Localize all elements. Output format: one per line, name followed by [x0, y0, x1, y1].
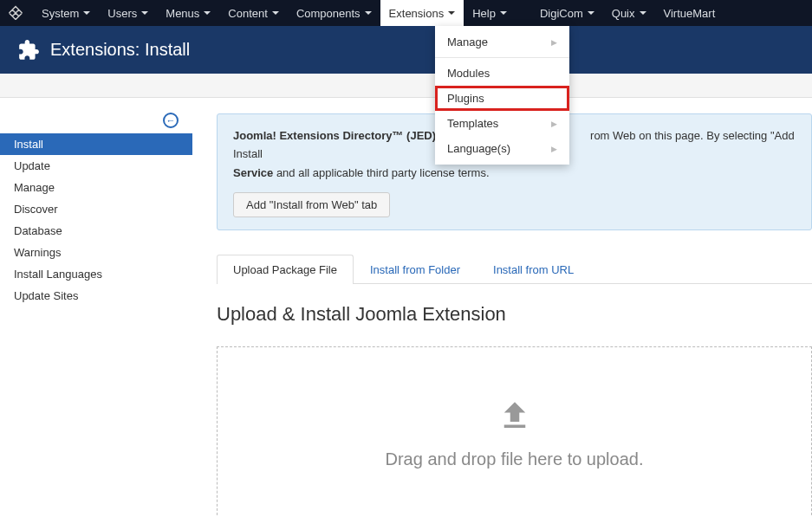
menu-label: Quix [612, 7, 635, 20]
body-area: ← Install Update Manage Discover Databas… [0, 98, 812, 517]
sidebar-item-warnings[interactable]: Warnings [0, 242, 192, 263]
menu-label: Help [472, 7, 496, 20]
tab-label: Install from URL [493, 263, 574, 276]
sidebar-item-label: Install [14, 138, 43, 151]
sidebar-item-label: Warnings [14, 246, 61, 259]
notice-bold: Service [233, 166, 273, 179]
caret-icon [204, 11, 211, 15]
dropdown-languages[interactable]: Language(s)▶ [435, 136, 569, 161]
menu-label: System [42, 7, 79, 20]
notice-text-fragment: and all applicable third party license t… [273, 166, 489, 179]
add-install-from-web-button[interactable]: Add "Install from Web" tab [233, 192, 390, 217]
menu-quix[interactable]: Quix [603, 0, 655, 26]
dropdown-modules[interactable]: Modules [435, 61, 569, 86]
page-header: Extensions: Install [0, 26, 812, 74]
sidebar-item-label: Discover [14, 203, 58, 216]
chevron-right-icon: ▶ [551, 145, 557, 153]
caret-icon [141, 11, 148, 15]
dropdown-plugins[interactable]: Plugins [435, 86, 569, 111]
menu-label: Content [228, 7, 268, 20]
tab-label: Upload Package File [233, 263, 337, 276]
sidebar-item-database[interactable]: Database [0, 220, 192, 242]
upload-heading: Upload & Install Joomla Extension [217, 303, 812, 326]
tab-label: Install from Folder [370, 263, 460, 276]
dropdown-label: Language(s) [447, 142, 510, 155]
sidebar-item-manage[interactable]: Manage [0, 177, 192, 198]
dropdown-label: Templates [447, 117, 498, 130]
joomla-logo-icon [7, 4, 24, 22]
caret-icon [640, 11, 646, 15]
sidebar-item-install-languages[interactable]: Install Languages [0, 263, 192, 285]
dropdown-separator [435, 57, 569, 58]
menu-help[interactable]: Help [464, 0, 516, 26]
menu-extensions[interactable]: Extensions [380, 0, 464, 26]
upload-icon [497, 397, 533, 437]
caret-icon [365, 11, 372, 15]
menu-label: DigiCom [540, 7, 583, 20]
caret-icon [83, 11, 90, 15]
menu-label: Menus [166, 7, 199, 20]
menu-components[interactable]: Components [288, 0, 380, 26]
install-tabs: Upload Package File Install from Folder … [217, 255, 812, 284]
tab-install-folder[interactable]: Install from Folder [354, 255, 477, 284]
sidebar-item-label: Install Languages [14, 268, 102, 281]
back-arrow-icon: ← [163, 113, 179, 128]
sidebar: ← Install Update Manage Discover Databas… [0, 98, 192, 517]
dropdown-label: Modules [447, 67, 490, 80]
menu-virtuemart[interactable]: VirtueMart [655, 0, 724, 26]
sidebar-item-update[interactable]: Update [0, 155, 192, 177]
notice-text-fragment: rom Web [590, 129, 636, 142]
dropdown-label: Plugins [447, 92, 484, 105]
sidebar-item-label: Update [14, 159, 50, 172]
page-title: Extensions: Install [50, 40, 190, 60]
caret-icon [588, 11, 594, 15]
extensions-dropdown: Manage▶ Modules Plugins Templates▶ Langu… [435, 26, 569, 165]
menu-system[interactable]: System [33, 0, 99, 26]
dropzone-text: Drag and drop file here to upload. [386, 449, 644, 469]
chevron-right-icon: ▶ [551, 120, 557, 128]
notice-text-line2: Service and all applicable third party l… [233, 164, 796, 182]
sidebar-item-label: Database [14, 224, 62, 237]
menu-label: VirtueMart [664, 7, 716, 20]
notice-lead: Joomla! Extensions Directory™ (JED) [233, 129, 436, 142]
sidebar-item-discover[interactable]: Discover [0, 198, 192, 220]
menu-label: Components [296, 7, 361, 20]
sidebar-list: Install Update Manage Discover Database … [0, 133, 192, 307]
menu-menus[interactable]: Menus [157, 0, 219, 26]
sidebar-item-label: Update Sites [14, 289, 78, 302]
dropdown-manage[interactable]: Manage▶ [435, 29, 569, 55]
toolbar-strip [0, 74, 812, 98]
dropdown-templates[interactable]: Templates▶ [435, 111, 569, 136]
admin-topbar: System Users Menus Content Components Ex… [0, 0, 812, 26]
sidebar-item-update-sites[interactable]: Update Sites [0, 285, 192, 307]
caret-icon [448, 11, 455, 15]
upload-dropzone[interactable]: Drag and drop file here to upload. [217, 346, 812, 517]
sidebar-back[interactable]: ← [0, 107, 192, 133]
tab-install-url[interactable]: Install from URL [477, 255, 590, 284]
sidebar-item-install[interactable]: Install [0, 133, 192, 155]
puzzle-icon [17, 39, 40, 61]
menu-digicom[interactable]: DigiCom [531, 0, 603, 26]
menu-label: Users [107, 7, 137, 20]
menu-content[interactable]: Content [219, 0, 288, 26]
menu-label: Extensions [389, 7, 445, 20]
sidebar-item-label: Manage [14, 181, 55, 194]
tab-upload-package[interactable]: Upload Package File [217, 255, 354, 284]
caret-icon [500, 11, 507, 15]
chevron-right-icon: ▶ [551, 38, 557, 47]
dropdown-label: Manage [447, 36, 488, 48]
caret-icon [272, 11, 279, 15]
menu-users[interactable]: Users [99, 0, 157, 26]
